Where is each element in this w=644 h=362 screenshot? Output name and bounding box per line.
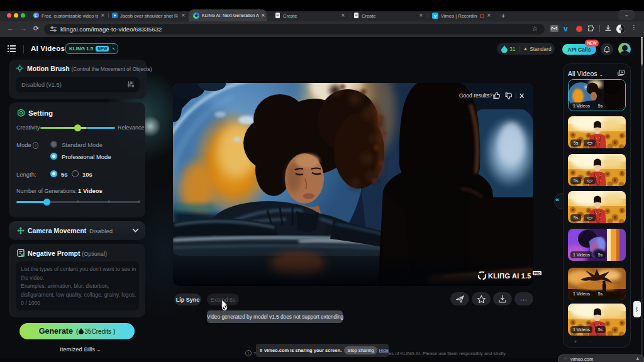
svg-text:C: C: [35, 14, 38, 18]
